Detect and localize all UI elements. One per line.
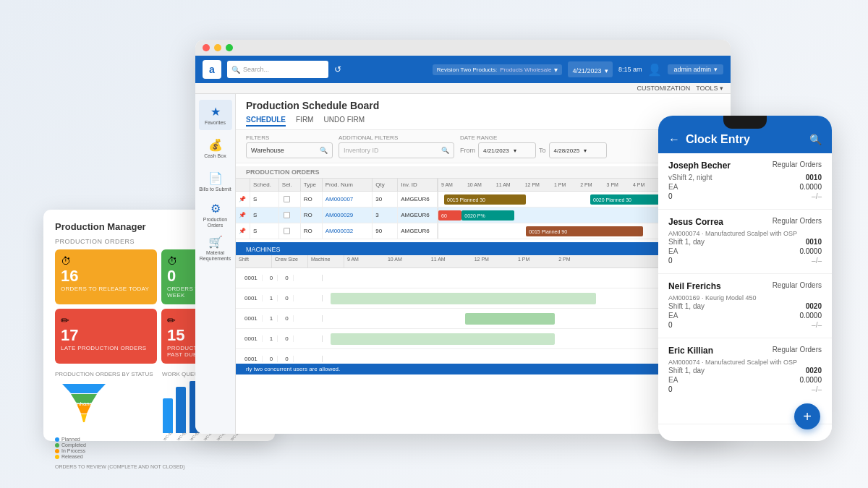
eric-dash: –/– [812, 385, 822, 393]
main-content: Production Schedule Board SCHEDULE FIRM … [236, 94, 731, 434]
cell-sel-2[interactable] [279, 207, 301, 223]
sidebar-item-bills[interactable]: 📄 Bills to Submit [199, 166, 232, 197]
app-logo[interactable]: a [203, 60, 221, 79]
neil-unit: EA [668, 312, 678, 320]
cell-icon-3: 📌 [236, 223, 250, 239]
maximize-dot[interactable] [226, 44, 233, 51]
refresh-icon[interactable]: ↺ [334, 64, 341, 74]
joseph-count: 0 [668, 192, 673, 200]
svg-marker-3 [81, 414, 87, 422]
cell-sched-2: S [250, 207, 279, 223]
sidebar-item-production[interactable]: ⚙ Production Orders [199, 200, 232, 230]
machine-row-4: 0001 1 0 [236, 329, 731, 349]
machine-row-5: 0001 0 0 [236, 349, 731, 364]
sidebar-item-cashbox[interactable]: 💰 Cash Box [199, 133, 232, 163]
clock-body: Joseph Becher Regular Orders vShift 2, n… [658, 153, 832, 429]
col-shift: Shift [236, 255, 272, 267]
clock-entry-card: ← Clock Entry 🔍 Joseph Becher Regular Or… [658, 116, 832, 441]
product-selector[interactable]: Revision Two Products: Products Wholesal… [433, 64, 563, 75]
warehouse-value: Warehouse [251, 147, 284, 154]
customization-link[interactable]: CUSTOMIZATION [637, 85, 690, 92]
stat-number-week: 0 [167, 268, 176, 284]
date-from-input[interactable]: 4/21/2023 ▾ [478, 142, 536, 158]
legend-dot-completed [55, 443, 59, 448]
machine-bar-3 [465, 313, 555, 325]
jesus-row-3: 0 –/– [668, 257, 822, 265]
warehouse-input[interactable]: Warehouse 🔍 [246, 142, 333, 158]
date-text: 4/21/2023 [572, 67, 601, 74]
search-bar[interactable]: 🔍 Search... [227, 61, 328, 78]
date-to-input[interactable]: 4/28/2025 ▾ [549, 142, 607, 158]
sidebar-item-cart[interactable]: 🛒 Material Requirements [199, 233, 232, 263]
status-chart-label: PRODUCTION ORDERS BY STATUS [55, 371, 156, 377]
cell-prod-2[interactable]: AM000029 [323, 207, 373, 223]
close-dot[interactable] [203, 44, 210, 51]
inventory-input[interactable]: Inventory ID 🔍 [339, 142, 454, 158]
cell-prod-1[interactable]: AM000007 [323, 192, 373, 207]
eric-count: 0 [668, 385, 673, 393]
clock-entry-title: Clock Entry [686, 133, 804, 146]
user-icon: 👤 [647, 63, 662, 77]
machine-left-4: 0001 1 0 [236, 335, 323, 342]
cell-prod-3[interactable]: AM000032 [323, 223, 373, 239]
time-11am: 11 AM [496, 182, 511, 187]
joseph-row-3: 0 –/– [668, 192, 822, 200]
jesus-order-num: 0010 [806, 238, 822, 246]
tab-undo-firm[interactable]: UNDO FIRM [323, 114, 365, 127]
sidebar-label-bills: Bills to Submit [199, 187, 231, 192]
to-label: To [539, 147, 546, 154]
joseph-dash: –/– [812, 192, 822, 200]
jesus-unit: EA [668, 247, 678, 255]
gantt-bar-1a: 0015 Planned 30 [444, 194, 526, 205]
minimize-dot[interactable] [214, 44, 221, 51]
gantt-left-cols: Sched. Sel. Type Prod. Num Qty Inv. ID [236, 179, 438, 191]
machine-left-1: 0001 0 0 [236, 275, 323, 281]
cell-sel-3[interactable] [279, 223, 301, 239]
time-2pm: 2 PM [580, 182, 592, 187]
cell-inv-2: AMGEUR6 [398, 207, 438, 223]
col-qty: Qty [373, 179, 398, 191]
eric-unit: EA [668, 376, 678, 384]
machine-crew-5: 0 [265, 356, 278, 362]
clock-icon-2: ⏱ [167, 255, 177, 267]
back-arrow-icon[interactable]: ← [668, 133, 680, 146]
legend-dot-released [55, 455, 59, 459]
clock-search-icon[interactable]: 🔍 [809, 134, 822, 145]
cell-sel-1[interactable] [279, 192, 301, 207]
jesus-detail: AM000074 · Manufactured Scalpel with OSP [668, 230, 822, 237]
date-selector[interactable]: 4/21/2023 ▾ [568, 61, 613, 77]
eric-row-1: Shift 1, day 0020 [668, 367, 822, 374]
tab-schedule[interactable]: SCHEDULE [246, 114, 286, 127]
stat-late-orders[interactable]: ✏ 17 LATE PRODUCTION ORDERS [55, 309, 157, 364]
stat-orders-today[interactable]: ⏱ 16 ORDERS TO RELEASE TODAY [55, 249, 157, 304]
sidebar-label-favorites: Favorites [205, 120, 226, 126]
svg-marker-0 [62, 384, 106, 393]
cell-icon-1: 📌 [236, 192, 250, 207]
tab-firm[interactable]: FIRM [296, 114, 313, 127]
clock-entry-joseph[interactable]: Joseph Becher Regular Orders vShift 2, n… [658, 153, 832, 210]
cell-qty-3: 90 [373, 223, 398, 239]
tools-menu[interactable]: TOOLS ▾ [696, 85, 723, 92]
clock-entry-jesus[interactable]: Jesus Correa Regular Orders AM000074 · M… [658, 210, 832, 274]
user-badge[interactable]: admin admin ▾ [668, 64, 723, 74]
machine-shift-4: 0001 [240, 335, 263, 342]
bar-1 [163, 398, 173, 433]
app-window: a 🔍 Search... ↺ Revision Two Products: P… [195, 40, 731, 434]
legend-label-inprocess: In Process [61, 448, 85, 453]
eric-order-type: Regular Orders [773, 346, 822, 354]
machine-col-header: Shift Crew Size Machine 9 AM10 AM11 AM12… [236, 255, 731, 268]
scene: Production Manager PRODUCTION ORDERS ⏱ 1… [0, 0, 868, 488]
gantt-row-2: 📌 S RO AM000029 3 AMGEUR6 60 0020 P% [236, 207, 731, 223]
fab-add-button[interactable]: + [794, 403, 820, 429]
funnel-chart-svg: Inhand [55, 380, 113, 431]
clock-entry-neil[interactable]: Neil Frerichs Regular Orders AM000169 · … [658, 274, 832, 338]
machine-row-1: 0001 0 0 [236, 268, 731, 288]
machine-row-2: 0001 1 0 [236, 288, 731, 309]
joseph-row-1: vShift 2, night 0010 [668, 174, 822, 181]
sidebar-item-favorites[interactable]: ★ Favorites [199, 100, 232, 130]
neil-dash: –/– [812, 321, 822, 329]
time-10am: 10 AM [467, 182, 482, 187]
jesus-shift: Shift 1, day [668, 238, 705, 246]
filter-group-warehouse: FILTERS Warehouse 🔍 [246, 134, 333, 158]
phone-notch [723, 116, 767, 129]
